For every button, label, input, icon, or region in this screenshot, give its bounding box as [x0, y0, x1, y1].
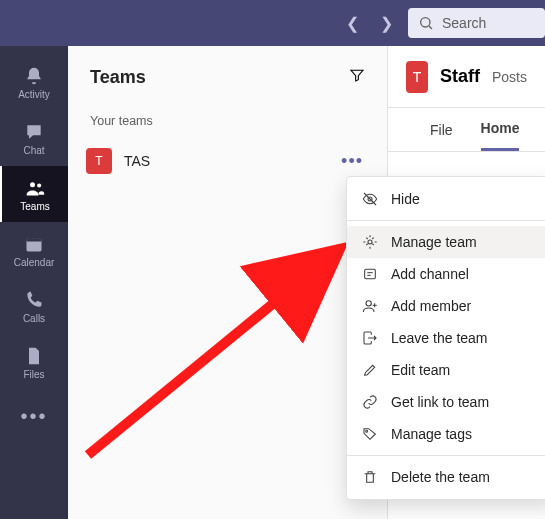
menu-delete-team[interactable]: Delete the team: [347, 461, 545, 493]
search-placeholder: Search: [442, 15, 486, 31]
rail-calls[interactable]: Calls: [0, 278, 68, 334]
rail-chat[interactable]: Chat: [0, 110, 68, 166]
your-teams-label: Your teams: [68, 108, 387, 138]
menu-label: Get link to team: [391, 394, 489, 410]
trash-icon: [361, 469, 379, 485]
content-tabs: File Home: [388, 108, 545, 152]
menu-leave-team[interactable]: Leave the team: [347, 322, 545, 354]
rail-calendar[interactable]: Calendar: [0, 222, 68, 278]
filter-icon[interactable]: [349, 67, 365, 87]
menu-label: Edit team: [391, 362, 450, 378]
menu-separator: [347, 455, 545, 456]
channel-icon: [361, 266, 379, 282]
teams-header: Teams: [68, 46, 387, 108]
svg-point-3: [37, 183, 41, 187]
rail-label: Chat: [23, 145, 44, 156]
link-icon: [361, 394, 379, 410]
add-member-icon: [361, 298, 379, 314]
rail-more-icon[interactable]: •••: [20, 396, 47, 436]
svg-point-2: [30, 182, 35, 187]
teams-title: Teams: [90, 67, 146, 88]
svg-point-0: [421, 18, 430, 27]
phone-icon: [24, 289, 44, 311]
rail-label: Calls: [23, 313, 45, 324]
pencil-icon: [361, 362, 379, 378]
menu-label: Add member: [391, 298, 471, 314]
team-context-menu: Hide Manage team Add channel Add member …: [346, 176, 545, 500]
menu-get-link[interactable]: Get link to team: [347, 386, 545, 418]
menu-manage-tags[interactable]: Manage tags: [347, 418, 545, 450]
menu-add-member[interactable]: Add member: [347, 290, 545, 322]
rail-activity[interactable]: Activity: [0, 54, 68, 110]
rail-label: Calendar: [14, 257, 55, 268]
menu-edit-team[interactable]: Edit team: [347, 354, 545, 386]
svg-point-14: [366, 301, 371, 306]
menu-manage-team[interactable]: Manage team: [347, 226, 545, 258]
menu-label: Delete the team: [391, 469, 490, 485]
eye-off-icon: [361, 191, 379, 207]
rail-teams[interactable]: Teams: [0, 166, 68, 222]
svg-line-1: [429, 26, 432, 29]
title-bar: ❮ ❯ Search: [0, 0, 545, 46]
search-input[interactable]: Search: [408, 8, 545, 38]
tab-file[interactable]: File: [430, 108, 453, 151]
nav-back-icon[interactable]: ❮: [340, 14, 364, 33]
svg-point-17: [366, 430, 368, 432]
content-header: T Staff Posts: [388, 46, 545, 108]
team-name-label: TAS: [124, 153, 150, 169]
content-team-name: Staff: [440, 66, 480, 87]
tag-icon: [361, 426, 379, 442]
leave-icon: [361, 330, 379, 346]
rail-label: Teams: [20, 201, 49, 212]
file-icon: [24, 345, 44, 367]
search-icon: [418, 15, 434, 31]
menu-separator: [347, 220, 545, 221]
channel-label: Posts: [492, 69, 527, 85]
app-rail: Activity Chat Teams Calendar Calls Files…: [0, 46, 68, 519]
svg-rect-11: [365, 269, 376, 278]
svg-point-10: [368, 240, 372, 244]
teams-panel: Teams Your teams T TAS •••: [68, 46, 388, 519]
gear-icon: [361, 234, 379, 250]
menu-label: Leave the team: [391, 330, 488, 346]
team-avatar: T: [86, 148, 112, 174]
chat-icon: [24, 121, 44, 143]
calendar-icon: [24, 233, 44, 255]
content-team-avatar: T: [406, 61, 428, 93]
teams-icon: [25, 177, 45, 199]
menu-label: Hide: [391, 191, 420, 207]
more-options-icon[interactable]: •••: [335, 151, 369, 172]
menu-label: Add channel: [391, 266, 469, 282]
team-row[interactable]: T TAS •••: [68, 138, 387, 184]
svg-rect-5: [27, 238, 42, 241]
rail-label: Activity: [18, 89, 50, 100]
nav-forward-icon[interactable]: ❯: [374, 14, 398, 33]
menu-label: Manage team: [391, 234, 477, 250]
menu-add-channel[interactable]: Add channel: [347, 258, 545, 290]
tab-home[interactable]: Home: [481, 108, 520, 151]
menu-hide[interactable]: Hide: [347, 183, 545, 215]
bell-icon: [24, 65, 44, 87]
rail-label: Files: [23, 369, 44, 380]
rail-files[interactable]: Files: [0, 334, 68, 390]
menu-label: Manage tags: [391, 426, 472, 442]
